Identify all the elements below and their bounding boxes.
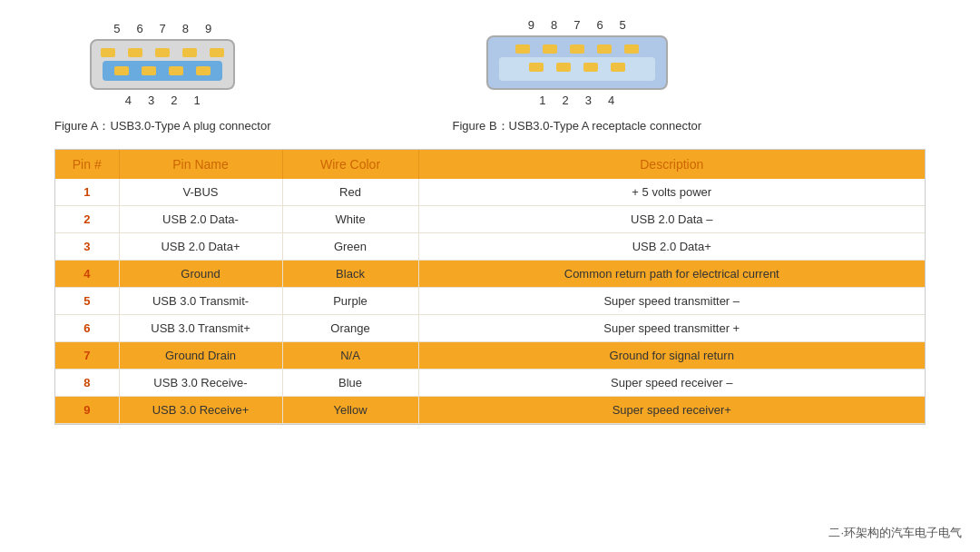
- figure-a-caption: Figure A：USB3.0-Type A plug connector: [54, 118, 270, 134]
- col-pin-num: Pin #: [55, 150, 119, 179]
- main-container: 5 6 7 8 9: [0, 0, 980, 443]
- cell-pin-name: V-BUS: [119, 179, 282, 206]
- pin-table-container: Pin # Pin Name Wire Color Description 1V…: [54, 149, 926, 425]
- pin-dot: [570, 44, 584, 54]
- cell-wire-color: Black: [282, 261, 418, 288]
- table-row: 9USB 3.0 Receive+YellowSuper speed recei…: [55, 397, 925, 424]
- pin-dot: [611, 63, 625, 72]
- table-row: 8USB 3.0 Receive-BlueSuper speed receive…: [55, 370, 925, 397]
- pin-dot: [543, 44, 557, 54]
- figure-b-caption: Figure B：USB3.0-Type A receptacle connec…: [452, 118, 701, 134]
- pin-table: Pin # Pin Name Wire Color Description 1V…: [55, 150, 925, 424]
- cell-pin-num: 8: [55, 370, 119, 397]
- pin-dot: [556, 63, 571, 72]
- cell-pin-name: Ground: [119, 261, 282, 288]
- cell-pin-name: USB 3.0 Transmit+: [119, 315, 282, 342]
- plug-top-pin-row: [101, 48, 224, 57]
- cell-pin-num: 5: [55, 288, 119, 315]
- pin-dot: [182, 48, 197, 57]
- col-wire-color: Wire Color: [282, 150, 418, 179]
- plug-blue-area: [103, 61, 222, 81]
- figure-a-wrapper: 5 6 7 8 9: [54, 22, 270, 134]
- cell-description: Super speed transmitter –: [418, 288, 925, 315]
- plug-bottom-pin-row: [114, 66, 211, 75]
- cell-description: Common return path for electrical curren…: [418, 261, 925, 288]
- cell-wire-color: Blue: [282, 370, 418, 397]
- cell-pin-num: 7: [55, 342, 119, 370]
- table-row: 2USB 2.0 Data-WhiteUSB 2.0 Data –: [55, 206, 925, 233]
- cell-wire-color: Red: [282, 179, 418, 206]
- cell-description: USB 2.0 Data+: [418, 233, 925, 261]
- cell-description: USB 2.0 Data –: [418, 206, 925, 233]
- pin-dot: [155, 48, 170, 57]
- cell-pin-num: 9: [55, 397, 119, 424]
- table-row: 5USB 3.0 Transmit-PurpleSuper speed tran…: [55, 288, 925, 315]
- pin-dot: [128, 48, 142, 57]
- pin-dot: [624, 44, 639, 54]
- cell-pin-name: USB 2.0 Data+: [119, 233, 282, 261]
- cell-wire-color: Purple: [282, 288, 418, 315]
- pin-dot: [196, 66, 211, 75]
- cell-pin-num: 2: [55, 206, 119, 233]
- cell-pin-name: USB 2.0 Data-: [119, 206, 282, 233]
- cell-pin-num: 1: [55, 179, 119, 206]
- cell-wire-color: Orange: [282, 315, 418, 342]
- cell-description: Super speed transmitter +: [418, 315, 925, 342]
- receptacle-figure: 9 8 7 6 5: [486, 18, 668, 107]
- cell-pin-name: USB 3.0 Transmit-: [119, 288, 282, 315]
- cell-pin-num: 4: [55, 261, 119, 288]
- pin-dot: [210, 48, 224, 57]
- cell-wire-color: N/A: [282, 342, 418, 370]
- pin-dot: [169, 66, 183, 75]
- receptacle-top-pins: 9 8 7 6 5: [528, 18, 626, 32]
- table-header: Pin # Pin Name Wire Color Description: [55, 150, 925, 179]
- pin-dot: [597, 44, 612, 54]
- col-description: Description: [418, 150, 925, 179]
- plug-top-pins: 5 6 7 8 9: [113, 22, 211, 35]
- receptacle-blue-area: [499, 57, 655, 81]
- table-body: 1V-BUSRed+ 5 volts power2USB 2.0 Data-Wh…: [55, 179, 925, 424]
- pin-dot: [583, 63, 598, 72]
- watermark: 二·环架构的汽车电子电气: [828, 525, 962, 541]
- table-row: 6USB 3.0 Transmit+OrangeSuper speed tran…: [55, 315, 925, 342]
- col-pin-name: Pin Name: [119, 150, 282, 179]
- cell-wire-color: Yellow: [282, 397, 418, 424]
- table-row: 1V-BUSRed+ 5 volts power: [55, 179, 925, 206]
- diagrams-row: 5 6 7 8 9: [54, 18, 926, 134]
- plug-body: [90, 39, 235, 90]
- cell-pin-num: 6: [55, 315, 119, 342]
- cell-pin-name: USB 3.0 Receive-: [119, 370, 282, 397]
- cell-pin-num: 3: [55, 233, 119, 261]
- pin-dot: [101, 48, 115, 57]
- cell-wire-color: White: [282, 206, 418, 233]
- cell-wire-color: Green: [282, 233, 418, 261]
- plug-bottom-pins: 4 3 2 1: [125, 94, 201, 107]
- pin-dot: [529, 63, 544, 72]
- receptacle-top-pin-row: [515, 44, 639, 54]
- pin-dot: [515, 44, 530, 54]
- table-row: 4GroundBlackCommon return path for elect…: [55, 261, 925, 288]
- cell-pin-name: USB 3.0 Receive+: [119, 397, 282, 424]
- table-row: 3USB 2.0 Data+GreenUSB 2.0 Data+: [55, 233, 925, 261]
- receptacle-body: [486, 35, 668, 90]
- cell-description: Super speed receiver –: [418, 370, 925, 397]
- cell-description: + 5 volts power: [418, 179, 925, 206]
- header-row: Pin # Pin Name Wire Color Description: [55, 150, 925, 179]
- plug-figure: 5 6 7 8 9: [90, 22, 235, 107]
- cell-description: Super speed receiver+: [418, 397, 925, 424]
- figure-b-wrapper: 9 8 7 6 5: [452, 18, 701, 134]
- receptacle-bottom-pins: 1 2 3 4: [539, 94, 614, 107]
- receptacle-bottom-pin-row: [529, 63, 625, 72]
- pin-dot: [114, 66, 129, 75]
- cell-description: Ground for signal return: [418, 342, 925, 370]
- pin-dot: [142, 66, 156, 75]
- table-row: 7Ground DrainN/AGround for signal return: [55, 342, 925, 370]
- cell-pin-name: Ground Drain: [119, 342, 282, 370]
